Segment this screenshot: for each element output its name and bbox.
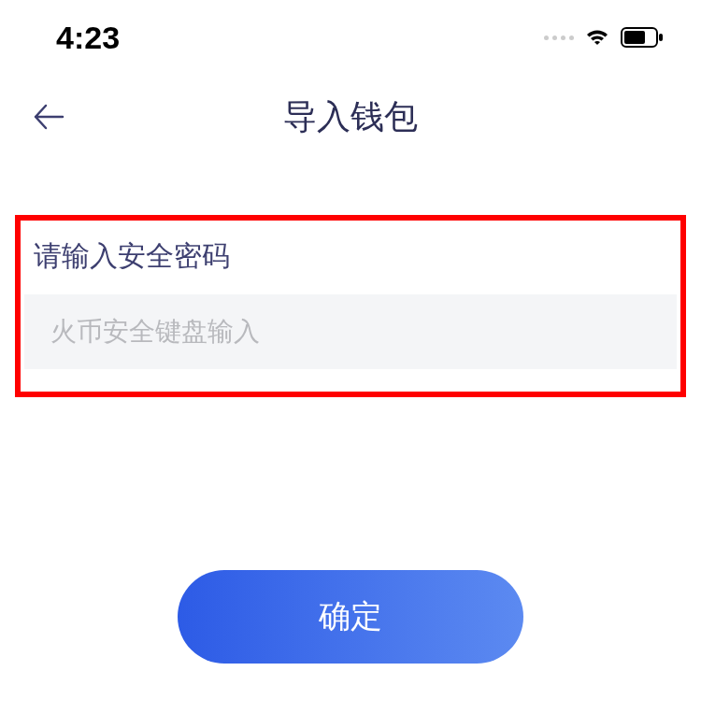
- confirm-button-label: 确定: [319, 595, 382, 638]
- svg-rect-1: [624, 31, 645, 44]
- arrow-left-icon: [33, 103, 64, 131]
- signal-dots-icon: [544, 36, 574, 40]
- status-indicators: [544, 27, 664, 48]
- password-input[interactable]: [50, 317, 651, 347]
- password-input-wrapper: [24, 294, 677, 369]
- password-section-highlight: 请输入安全密码: [15, 215, 686, 397]
- back-button[interactable]: [28, 96, 69, 137]
- battery-icon: [621, 27, 664, 48]
- password-label: 请输入安全密码: [21, 237, 680, 294]
- status-time: 4:23: [56, 20, 120, 56]
- confirm-button[interactable]: 确定: [178, 570, 523, 664]
- wifi-icon: [583, 27, 611, 48]
- svg-rect-2: [659, 34, 663, 41]
- page-title: 导入钱包: [28, 94, 673, 140]
- status-bar: 4:23: [0, 0, 701, 75]
- nav-bar: 导入钱包: [0, 75, 701, 159]
